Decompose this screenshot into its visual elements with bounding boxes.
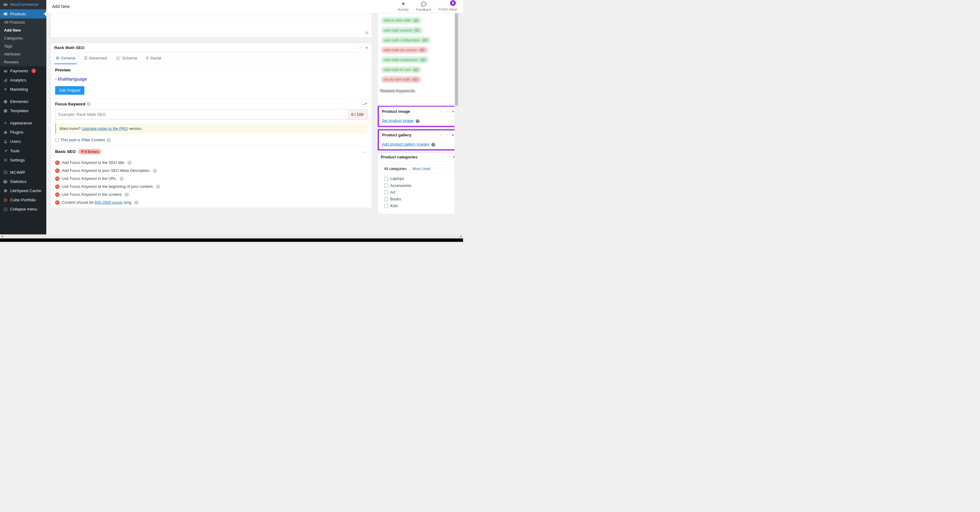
sidebar-mc4wp[interactable]: MC4WP <box>0 167 46 177</box>
vertical-scrollbar[interactable] <box>455 13 459 234</box>
sidebar-analytics[interactable]: Analytics <box>0 76 46 85</box>
sidebar-templates[interactable]: Templates <box>0 106 46 115</box>
sidebar-statistics[interactable]: Statistics <box>0 177 46 186</box>
help-icon[interactable]: ? <box>431 143 435 147</box>
subitem-tags[interactable]: Tags <box>0 42 46 50</box>
category-item[interactable]: Art <box>382 189 454 196</box>
keyword-tag[interactable]: rank math schema 1/1 <box>381 27 423 34</box>
keyword-tag[interactable]: rank math comparison 1/1 <box>381 56 429 64</box>
advanced-icon: ☰ <box>84 56 88 61</box>
description-panel <box>51 13 372 38</box>
add-gallery-images-link[interactable]: Add product gallery images <box>382 142 430 146</box>
sidebar-elementor[interactable]: Elementor <box>0 97 46 106</box>
scroll-left-arrow[interactable]: ◀ <box>0 234 4 238</box>
sidebar-litespeed[interactable]: LiteSpeed Cache <box>0 186 46 196</box>
tab-all-categories[interactable]: All categories <box>381 164 410 174</box>
tab-advanced[interactable]: ☰ Advanced <box>83 53 108 64</box>
preview-title-link[interactable]: - khahlanguage <box>55 76 368 81</box>
category-item[interactable]: Kids <box>382 203 454 209</box>
sidebar-cube[interactable]: Cube Portfolio <box>0 196 46 205</box>
help-icon[interactable]: ? <box>156 185 160 188</box>
sidebar-payments[interactable]: Payments 1 <box>0 66 46 75</box>
move-up-icon[interactable]: ︿ <box>440 133 443 137</box>
toggle-icon[interactable]: ▲ <box>452 109 455 113</box>
keyword-tag[interactable]: seo by rank math 0/1 <box>381 76 421 83</box>
keyword-tag[interactable]: rank math pro version 2/2 <box>381 46 428 54</box>
category-checkbox[interactable] <box>384 177 388 181</box>
finish-badge: 6 <box>450 0 456 6</box>
sidebar-label: LiteSpeed Cache <box>10 188 41 193</box>
category-item[interactable]: Books <box>382 196 454 203</box>
subitem-reviews[interactable]: Reviews <box>0 58 46 66</box>
pillar-checkbox[interactable] <box>55 138 59 142</box>
trends-button[interactable] <box>362 101 368 107</box>
tab-general[interactable]: ⚙ General <box>54 53 76 64</box>
move-up-icon[interactable]: ︿ <box>440 109 443 113</box>
keyword-tag[interactable]: rank math configuration 1/1 <box>381 37 431 44</box>
tab-label: Schema <box>122 56 137 61</box>
move-down-icon[interactable]: ﹀ <box>447 155 450 160</box>
svg-rect-0 <box>4 3 8 6</box>
schema-icon: 🛒 <box>116 56 121 61</box>
toggle-icon[interactable]: ▲ <box>365 45 368 49</box>
help-icon[interactable]: ? <box>120 177 124 180</box>
category-checkbox[interactable] <box>384 197 388 201</box>
activity-button[interactable]: ⚑ Activity <box>398 1 409 11</box>
set-product-image-link[interactable]: Set product image <box>382 118 414 123</box>
horizontal-scrollbar[interactable]: ◀ ▶ <box>0 234 463 238</box>
sidebar-plugins[interactable]: Plugins <box>0 128 46 137</box>
tab-most-used[interactable]: Most Used <box>409 164 433 173</box>
sidebar-collapse[interactable]: Collapse menu <box>0 205 46 214</box>
scroll-right-arrow[interactable]: ▶ <box>459 234 463 238</box>
help-icon[interactable]: ? <box>153 169 157 172</box>
move-up-icon[interactable]: ︿ <box>353 45 356 49</box>
subitem-all-products[interactable]: All Products <box>0 18 46 26</box>
keyword-tag[interactable]: rank math for seo 1/1 <box>381 66 422 73</box>
tab-social[interactable]: ⚲ Social <box>144 53 162 64</box>
finish-setup-button[interactable]: 6 Finish setup <box>439 2 457 11</box>
elementor-icon <box>3 99 8 104</box>
help-icon[interactable]: ? <box>107 138 111 142</box>
sidebar-tools[interactable]: Tools <box>0 146 46 155</box>
sidebar-label: Users <box>10 139 21 144</box>
preview-section: Preview - khahlanguage Edit Snippet <box>51 64 372 98</box>
tab-schema[interactable]: 🛒 Schema <box>114 53 138 64</box>
sidebar-settings[interactable]: Settings <box>0 155 46 164</box>
sidebar-products[interactable]: Products <box>0 9 46 18</box>
sidebar-users[interactable]: Users <box>0 137 46 146</box>
sidebar-woocommerce[interactable]: WooCommerce <box>0 0 46 9</box>
category-checkbox[interactable] <box>384 190 388 194</box>
toggle-icon[interactable]: ▲ <box>452 133 455 137</box>
category-checkbox[interactable] <box>384 183 388 188</box>
feedback-button[interactable]: 💬 Feedback <box>416 1 431 11</box>
category-checkbox[interactable] <box>384 204 388 208</box>
help-icon[interactable]: ? <box>415 119 419 123</box>
help-icon[interactable]: ? <box>125 192 129 196</box>
focus-keyword-input[interactable] <box>55 109 347 119</box>
category-item[interactable]: Accessories <box>382 182 454 189</box>
category-item[interactable]: Laptops <box>382 175 454 182</box>
move-down-icon[interactable]: ﹀ <box>445 109 449 113</box>
help-icon[interactable]: ? <box>127 161 131 164</box>
subitem-categories[interactable]: Categories <box>0 34 46 42</box>
move-up-icon[interactable]: ︿ <box>441 155 444 160</box>
basic-seo-header[interactable]: Basic SEO ✕ 6 Errors ︿ <box>51 146 372 157</box>
panel-title: Product gallery <box>382 133 411 137</box>
sidebar-marketing[interactable]: Marketing <box>0 85 46 94</box>
sidebar-appearance[interactable]: Appearance <box>0 118 46 128</box>
move-down-icon[interactable]: ﹀ <box>359 45 362 49</box>
move-down-icon[interactable]: ﹀ <box>445 133 449 137</box>
upgrade-link[interactable]: Upgrade today to the PRO <box>82 126 128 131</box>
subitem-attributes[interactable]: Attributes <box>0 50 46 58</box>
description-textarea[interactable] <box>54 16 369 35</box>
keyword-tag[interactable]: what is rank math 1/1 <box>381 17 422 24</box>
edit-snippet-button[interactable]: Edit Snippet <box>55 86 84 95</box>
svg-rect-6 <box>6 79 7 82</box>
collapse-icon[interactable]: ︿ <box>363 149 367 155</box>
help-icon[interactable]: ? <box>134 200 138 204</box>
word-count-link[interactable]: 600-2500 words <box>95 200 123 204</box>
subitem-add-new[interactable]: Add New <box>0 26 46 34</box>
help-icon[interactable]: ? <box>87 102 91 106</box>
resize-handle[interactable] <box>366 32 368 34</box>
panel-header: Product image ︿ ﹀ ▲ <box>379 107 457 116</box>
